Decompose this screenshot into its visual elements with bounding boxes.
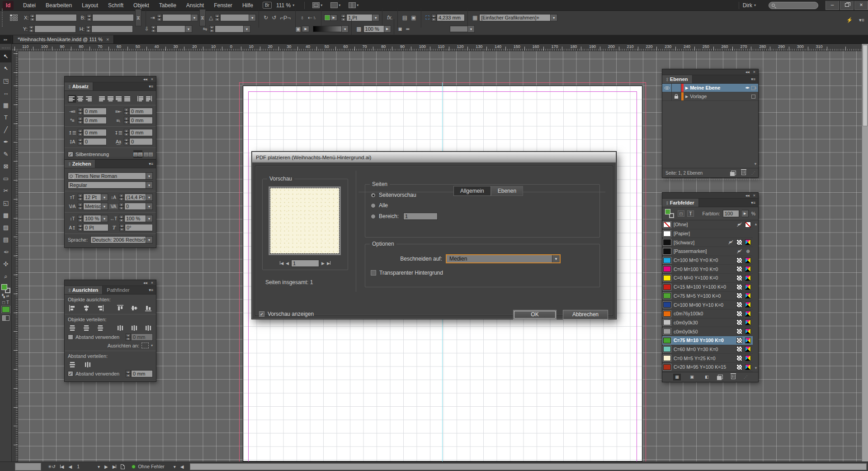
horizontal-scale-stepper[interactable]: ▴▾ bbox=[119, 215, 124, 222]
language-field[interactable]: Deutsch: 2006 Rechtschreibr... bbox=[90, 236, 146, 243]
gradient-feather-tool[interactable]: ▨ bbox=[0, 221, 12, 233]
panel-dock-grip[interactable] bbox=[662, 179, 759, 182]
formatting-container-icon[interactable]: □ bbox=[2, 300, 5, 305]
gradient-tool[interactable]: ▩ bbox=[0, 209, 12, 221]
tint-slider-icon[interactable]: ▶ bbox=[742, 210, 749, 217]
y-field[interactable] bbox=[34, 25, 76, 33]
distribute-vspace-icon[interactable] bbox=[68, 361, 77, 368]
shear-stepper[interactable]: ▴▾ bbox=[151, 25, 156, 33]
opacity-dropdown[interactable]: ▶ bbox=[384, 25, 391, 33]
arrange-documents-dropdown[interactable]: ▾ bbox=[349, 2, 359, 8]
space-before-stepper[interactable]: ▴▾ bbox=[78, 129, 83, 136]
next-page-icon[interactable]: ▶ bbox=[321, 261, 325, 266]
stroke-color-dropdown[interactable]: ▶ bbox=[302, 26, 309, 32]
resize-grip-icon[interactable]: ⋰ bbox=[744, 375, 747, 379]
vertical-ruler[interactable] bbox=[12, 51, 18, 461]
leading-stepper[interactable]: ▴▾ bbox=[119, 194, 124, 201]
stroke-weight-stepper[interactable]: ▴▾ bbox=[341, 14, 346, 21]
new-swatch-icon[interactable] bbox=[718, 375, 723, 379]
swap-fill-stroke-icon[interactable]: ⇄ bbox=[6, 294, 9, 298]
tab-absatz[interactable]: ◇◇Absatz bbox=[65, 82, 93, 90]
corner-radius-stepper[interactable]: ▴▾ bbox=[431, 14, 436, 21]
frame-tool[interactable]: ⊠ bbox=[0, 160, 12, 172]
leading-dropdown[interactable]: ▼ bbox=[146, 194, 153, 201]
stroke-box-icon[interactable]: ▣ bbox=[296, 26, 301, 32]
gap-tool[interactable]: ↔ bbox=[0, 87, 12, 99]
formatting-container-icon[interactable]: □ bbox=[678, 210, 684, 217]
font-style-field[interactable]: Regular bbox=[68, 181, 146, 189]
swatch-row[interactable]: c0m0y0k30 bbox=[662, 319, 753, 328]
tab-farbfelder[interactable]: ◇◇Farbfelder bbox=[662, 199, 699, 207]
align-objects-right-icon[interactable] bbox=[96, 304, 105, 312]
textwrap-none-icon[interactable]: ▤ bbox=[402, 14, 407, 21]
swatch-row[interactable]: C=20 M=95 Y=100 K=15 bbox=[662, 363, 753, 372]
stroke-weight-field[interactable]: 1 Pt bbox=[346, 14, 373, 21]
textwrap-around-icon[interactable]: ▣ bbox=[411, 14, 416, 21]
collapse-panel-icon[interactable]: ◂◂ bbox=[745, 193, 750, 198]
scale-x-stepper[interactable]: ▴▾ bbox=[157, 14, 162, 21]
swatch-row[interactable]: C=0 M=0 Y=100 K=0 bbox=[662, 274, 753, 283]
align-objects-vcenter-icon[interactable] bbox=[130, 304, 139, 312]
justify-last-right-icon[interactable] bbox=[115, 95, 123, 103]
scroll-left-icon[interactable]: ◀ bbox=[180, 464, 184, 469]
b-stepper[interactable]: ▴▾ bbox=[87, 14, 92, 21]
first-page-icon[interactable]: ◀ bbox=[280, 261, 283, 266]
align-center-icon[interactable] bbox=[76, 95, 85, 103]
fill-dropdown[interactable]: ▶ bbox=[330, 14, 337, 21]
swatch-row[interactable]: C=75 M=10 Y=100 K=0 bbox=[662, 336, 753, 345]
dialog-tab-ebenen[interactable]: Ebenen bbox=[491, 186, 523, 196]
hand-tool[interactable]: ✣ bbox=[0, 258, 12, 270]
first-line-indent-field[interactable]: 0 mm bbox=[83, 117, 107, 124]
distribute-vcenter-icon[interactable] bbox=[82, 324, 91, 332]
layer-target-box[interactable] bbox=[751, 95, 755, 99]
panel-menu-icon[interactable]: ▾≡ bbox=[748, 199, 758, 207]
spacing-stepper[interactable]: ▴▾ bbox=[126, 333, 131, 341]
font-family-field[interactable]: Times New Roman bbox=[68, 172, 146, 180]
x-field[interactable] bbox=[35, 14, 77, 21]
layer-name[interactable]: Meine Ebene bbox=[690, 85, 720, 90]
screen-mode-dropdown[interactable]: ▾ bbox=[330, 2, 340, 8]
distribute-left-icon[interactable] bbox=[116, 324, 125, 332]
workspace-switcher[interactable]: Dirk ▾ bbox=[743, 2, 756, 9]
align-objects-left-icon[interactable] bbox=[68, 304, 77, 312]
menu-schrift[interactable]: Schrift bbox=[103, 0, 128, 11]
panel-menu-icon[interactable]: ▾≡ bbox=[146, 82, 156, 90]
restore-button[interactable] bbox=[840, 1, 854, 10]
pencil-tool[interactable]: ✎ bbox=[0, 148, 12, 160]
layer-visibility-toggle[interactable] bbox=[662, 84, 672, 92]
tab-ausrichten[interactable]: ◇◇Ausrichten bbox=[65, 286, 103, 294]
swatch-row[interactable]: C=100 M=90 Y=10 K=0 bbox=[662, 300, 753, 309]
justify-last-center-icon[interactable] bbox=[106, 95, 114, 103]
rotation-field[interactable] bbox=[220, 14, 249, 21]
corner-radius-field[interactable]: 4,233 mm bbox=[437, 14, 465, 21]
page-tool[interactable]: ◳ bbox=[0, 75, 12, 87]
radio-seitenvorschau[interactable] bbox=[371, 193, 376, 198]
prev-page-icon[interactable]: ◀ bbox=[286, 261, 289, 266]
show-gradient-swatches-icon[interactable]: ◧ bbox=[703, 374, 711, 381]
scale-x-dropdown[interactable]: ▼ bbox=[191, 14, 198, 21]
kerning-stepper[interactable]: ▴▾ bbox=[78, 203, 83, 210]
baseline-shift-field[interactable]: 0 Pt bbox=[83, 224, 108, 231]
object-style-field[interactable]: [Einfacher Grafikrahmen]+ bbox=[479, 14, 551, 21]
last-page-icon[interactable]: ▶ bbox=[113, 464, 117, 469]
spacing2-field[interactable]: 0 mm bbox=[131, 370, 153, 377]
x-stepper[interactable]: ▴▾ bbox=[30, 14, 35, 21]
corner-shape-dropdown[interactable] bbox=[450, 26, 468, 32]
content-collector-tool[interactable]: ▦ bbox=[0, 99, 12, 111]
show-color-swatches-icon[interactable]: ▣ bbox=[688, 374, 696, 381]
resize-grip-icon[interactable]: ⋰ bbox=[751, 171, 755, 175]
justify-all-icon[interactable] bbox=[123, 95, 132, 103]
spacing-field[interactable]: 0 mm bbox=[131, 333, 153, 341]
select-content-icon[interactable]: ♁ bbox=[300, 14, 304, 21]
rectangle-tool[interactable]: ▭ bbox=[0, 172, 12, 185]
horizontal-scale-dropdown[interactable]: ▼ bbox=[146, 215, 153, 222]
flip-dropdown[interactable]: ▼ bbox=[244, 25, 250, 33]
collapse-panel-icon[interactable]: ◂◂ bbox=[143, 77, 147, 81]
swatch-row[interactable]: C=100 M=0 Y=0 K=0 bbox=[662, 256, 753, 265]
font-size-dropdown[interactable]: ▼ bbox=[101, 194, 108, 201]
formatting-text-icon[interactable]: T bbox=[6, 300, 9, 305]
distribute-top-icon[interactable] bbox=[68, 324, 77, 332]
zoom-corner-widget[interactable] bbox=[15, 463, 41, 471]
close-panel-icon[interactable]: × bbox=[753, 70, 755, 74]
show-all-swatches-icon[interactable]: ▦ bbox=[673, 374, 681, 381]
